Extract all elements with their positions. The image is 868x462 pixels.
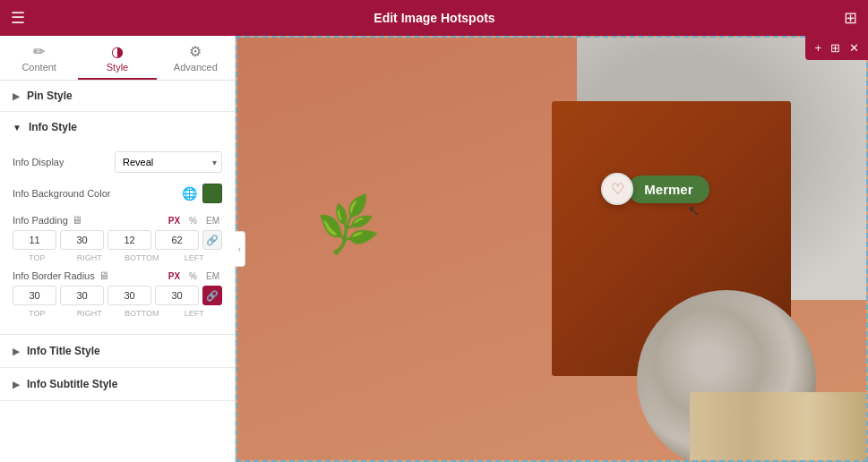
- editor-header: ☰ Edit Image Hotspots ⊞: [0, 0, 868, 36]
- info-padding-label-row: Info Padding 🖥 PX % EM: [13, 214, 222, 227]
- style-icon: ◑: [111, 43, 124, 60]
- padding-sub-labels: TOP RIGHT BOTTOM LEFT: [13, 253, 222, 262]
- padding-top-label: TOP: [13, 253, 62, 262]
- padding-bottom-label: BOTTOM: [117, 253, 167, 262]
- info-display-select-wrapper: Reveal Always Hover: [115, 151, 222, 173]
- canvas-toolbar: + ⊞ ✕: [805, 36, 868, 60]
- tab-content-label: Content: [21, 62, 56, 73]
- border-monitor-icon: 🖥: [99, 270, 109, 282]
- padding-bottom-input[interactable]: [107, 230, 151, 250]
- hotspot-label: Mermer: [628, 175, 709, 203]
- border-left-input[interactable]: [155, 286, 199, 305]
- padding-left-input[interactable]: [155, 230, 199, 250]
- tab-advanced-label: Advanced: [174, 62, 218, 73]
- tab-style-label: Style: [107, 62, 128, 73]
- menu-icon[interactable]: ☰: [11, 8, 25, 28]
- canvas-area: ‹ + ⊞ ✕ 🌿: [236, 36, 868, 462]
- info-border-radius-field-label: Info Border Radius 🖥: [13, 270, 109, 282]
- info-bg-color-controls: 🌐: [182, 184, 222, 203]
- border-unit-em[interactable]: EM: [203, 270, 222, 282]
- border-link-btn[interactable]: 🔗: [202, 286, 222, 305]
- border-right-input[interactable]: [60, 286, 104, 305]
- info-subtitle-style-section[interactable]: ▶ Info Subtitle Style: [0, 368, 235, 401]
- content-icon: ✏: [33, 43, 45, 60]
- pin-style-label: Pin Style: [27, 90, 73, 102]
- padding-units: PX % EM: [166, 215, 222, 227]
- collapse-handle[interactable]: ‹: [235, 231, 245, 267]
- border-unit-px[interactable]: PX: [166, 270, 183, 282]
- unit-percent[interactable]: %: [186, 215, 200, 227]
- pin-style-arrow: ▶: [13, 91, 20, 101]
- info-display-row: Info Display Reveal Always Hover: [13, 151, 222, 173]
- border-left-label: LEFT: [170, 309, 219, 318]
- border-bottom-input[interactable]: [107, 286, 151, 305]
- padding-right-label: RIGHT: [65, 253, 115, 262]
- info-bg-color-label: Info Background Color: [13, 188, 182, 199]
- border-sub-labels: TOP RIGHT BOTTOM LEFT: [13, 309, 222, 318]
- info-subtitle-arrow: ▶: [13, 380, 20, 389]
- border-bottom-label: BOTTOM: [117, 309, 167, 318]
- unit-em[interactable]: EM: [203, 215, 222, 227]
- info-display-label: Info Display: [13, 157, 115, 167]
- close-button[interactable]: ✕: [846, 39, 863, 56]
- info-title-arrow: ▶: [13, 346, 20, 356]
- pin-style-section[interactable]: ▶ Pin Style: [0, 81, 235, 112]
- grid-icon[interactable]: ⊞: [844, 8, 857, 28]
- info-style-header[interactable]: ▼ Info Style: [0, 112, 235, 142]
- padding-top-input[interactable]: [13, 230, 56, 250]
- hotspot-tooltip[interactable]: ♡ Mermer: [601, 173, 709, 205]
- hotspot-pin[interactable]: ♡: [601, 173, 633, 205]
- tab-advanced[interactable]: ⚙ Advanced: [157, 36, 235, 80]
- info-title-style-section[interactable]: ▶ Info Title Style: [0, 335, 235, 368]
- globe-icon[interactable]: 🌐: [182, 186, 197, 201]
- border-top-label: TOP: [13, 309, 62, 318]
- info-style-arrow: ▼: [13, 123, 21, 133]
- info-subtitle-style-label: Info Subtitle Style: [27, 378, 117, 390]
- border-right-label: RIGHT: [65, 309, 115, 318]
- padding-link-btn[interactable]: 🔗: [202, 230, 222, 250]
- info-border-inputs: 🔗: [13, 286, 222, 305]
- info-padding-field-label: Info Padding 🖥: [13, 214, 82, 227]
- tab-style[interactable]: ◑ Style: [78, 36, 156, 80]
- left-panel: ✏ Content ◑ Style ⚙ Advanced ▶ Pin Style…: [0, 36, 236, 462]
- info-border-radius-label-row: Info Border Radius 🖥 PX % EM: [13, 270, 222, 282]
- border-top-input[interactable]: [13, 286, 56, 305]
- info-bg-color-row: Info Background Color 🌐: [13, 184, 222, 203]
- info-display-select[interactable]: Reveal Always Hover: [115, 151, 222, 173]
- canvas-image-area: 🌿 ♡ Mermer ↖: [236, 36, 868, 462]
- wood-strip: [690, 392, 866, 460]
- padding-right-input[interactable]: [60, 230, 104, 250]
- info-padding-label: Info Padding: [13, 215, 68, 226]
- main-layout: ✏ Content ◑ Style ⚙ Advanced ▶ Pin Style…: [0, 36, 868, 462]
- border-units: PX % EM: [166, 270, 222, 282]
- info-style-label: Info Style: [29, 121, 77, 133]
- info-style-content: Info Display Reveal Always Hover Info Ba…: [0, 142, 235, 334]
- padding-left-label: LEFT: [170, 253, 219, 262]
- tab-bar: ✏ Content ◑ Style ⚙ Advanced: [0, 36, 235, 81]
- info-title-style-label: Info Title Style: [27, 345, 100, 357]
- monitor-icon: 🖥: [72, 214, 82, 227]
- header-title: Edit Image Hotspots: [374, 11, 494, 25]
- grid-layout-button[interactable]: ⊞: [827, 39, 844, 56]
- border-unit-percent[interactable]: %: [186, 270, 200, 282]
- unit-px[interactable]: PX: [166, 215, 183, 227]
- info-padding-inputs: 🔗: [13, 230, 222, 250]
- add-button[interactable]: +: [811, 39, 825, 56]
- advanced-icon: ⚙: [189, 43, 202, 60]
- info-bg-color-swatch[interactable]: [202, 184, 222, 203]
- tab-content[interactable]: ✏ Content: [0, 36, 78, 80]
- info-style-section: ▼ Info Style Info Display Reveal Always …: [0, 112, 235, 335]
- info-border-radius-label: Info Border Radius: [13, 270, 95, 281]
